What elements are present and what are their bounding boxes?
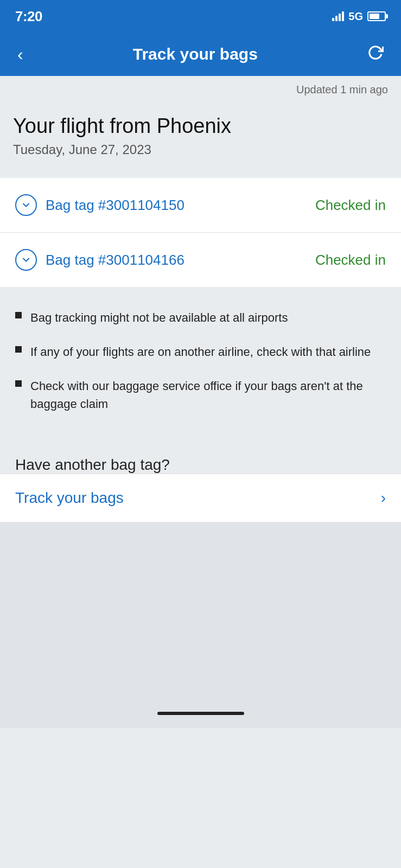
page-title: Track your bags (28, 45, 363, 63)
nav-bar: ‹ Track your bags (0, 33, 401, 76)
network-type-label: 5G (348, 10, 363, 23)
bag-status-2: Checked in (315, 252, 386, 269)
info-text-2: If any of your flights are on another ai… (30, 343, 371, 361)
status-time: 7:20 (15, 8, 42, 25)
bullet-1 (15, 312, 22, 318)
flight-info: Your flight from Phoenix Tuesday, June 2… (0, 104, 401, 174)
bag-left-2: Bag tag #3001104166 (15, 249, 184, 271)
refresh-button[interactable] (363, 40, 388, 69)
bullet-2 (15, 346, 22, 353)
track-link-row[interactable]: Track your bags › (0, 474, 401, 522)
signal-bars-icon (332, 11, 344, 21)
home-indicator (157, 712, 244, 715)
info-text-1: Bag tracking might not be available at a… (30, 309, 288, 327)
flight-date: Tuesday, June 27, 2023 (13, 142, 388, 157)
update-text: Updated 1 min ago (296, 84, 388, 95)
bottom-area (0, 522, 401, 728)
track-link-text: Track your bags (15, 489, 124, 507)
update-banner: Updated 1 min ago (0, 76, 401, 104)
info-section: Bag tracking might not be available at a… (0, 287, 401, 445)
bag-chevron-icon-1 (15, 194, 37, 216)
info-item-1: Bag tracking might not be available at a… (15, 309, 386, 327)
bag-list: Bag tag #3001104150 Checked in Bag tag #… (0, 178, 401, 287)
status-icons: 5G (332, 10, 386, 23)
another-bag-section: Have another bag tag? (0, 445, 401, 474)
info-item-3: Check with our baggage service office if… (15, 377, 386, 413)
status-bar: 7:20 5G (0, 0, 401, 33)
bullet-3 (15, 380, 22, 387)
track-link-arrow-icon: › (381, 489, 386, 507)
bag-left-1: Bag tag #3001104150 (15, 194, 184, 216)
another-bag-label: Have another bag tag? (15, 456, 386, 474)
info-item-2: If any of your flights are on another ai… (15, 343, 386, 361)
back-button[interactable]: ‹ (13, 41, 28, 67)
bag-tag-2: Bag tag #3001104166 (46, 252, 184, 269)
bag-chevron-icon-2 (15, 249, 37, 271)
info-text-3: Check with our baggage service office if… (30, 377, 386, 413)
bag-item-2[interactable]: Bag tag #3001104166 Checked in (0, 233, 401, 287)
bag-tag-1: Bag tag #3001104150 (46, 197, 184, 214)
flight-title: Your flight from Phoenix (13, 114, 388, 138)
battery-icon (367, 11, 386, 21)
info-list: Bag tracking might not be available at a… (15, 309, 386, 413)
bag-status-1: Checked in (315, 197, 386, 214)
bag-item-1[interactable]: Bag tag #3001104150 Checked in (0, 178, 401, 233)
